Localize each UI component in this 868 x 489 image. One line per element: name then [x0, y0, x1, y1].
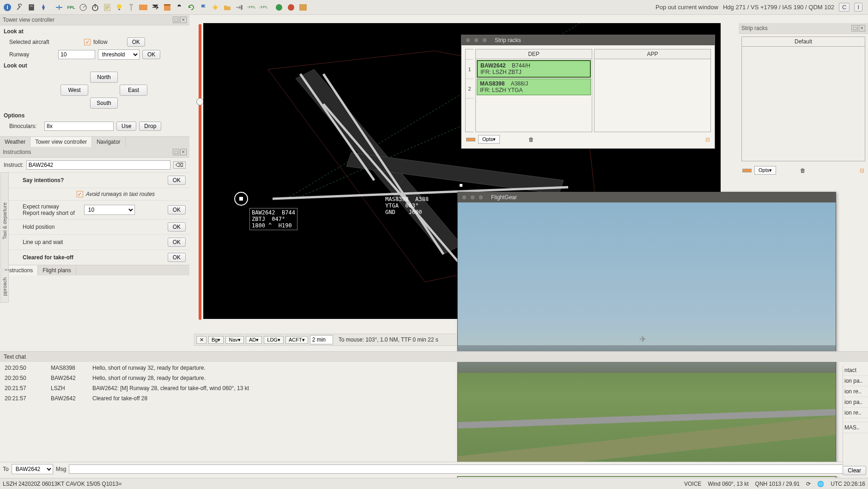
maximize-icon[interactable]: ▢	[173, 17, 179, 23]
ok-hold[interactable]: OK	[168, 222, 186, 232]
close-icon[interactable]: ✕	[180, 149, 187, 155]
window-max-icon[interactable]	[482, 37, 487, 43]
tab-navigator[interactable]: Navigator	[92, 137, 125, 147]
folder-icon[interactable]	[222, 2, 233, 13]
binoc-input[interactable]	[44, 122, 114, 131]
window-close-icon[interactable]	[461, 195, 467, 200]
calendar-icon[interactable]	[162, 2, 173, 13]
fpl-up-icon[interactable]: ↑FPL	[246, 2, 257, 13]
collapse-icon[interactable]: ⊟	[860, 167, 864, 174]
export-icon[interactable]	[234, 2, 245, 13]
south-button[interactable]: South	[90, 98, 118, 109]
compass-icon[interactable]	[38, 2, 49, 13]
window-close-icon[interactable]	[465, 37, 471, 43]
runway-input[interactable]	[58, 50, 95, 59]
window-min-icon[interactable]	[473, 37, 479, 43]
west-button[interactable]: West	[61, 85, 88, 96]
ad-menu[interactable]: AD▾	[246, 336, 262, 344]
taxi-departure-tab[interactable]: Taxi & departure	[0, 172, 9, 269]
nav-menu[interactable]: Nav▾	[225, 336, 244, 344]
window-max-icon[interactable]	[478, 195, 484, 200]
close-icon[interactable]: ✕	[180, 17, 187, 23]
globe-red-icon[interactable]	[285, 2, 297, 13]
color-swatch-icon[interactable]	[466, 138, 475, 141]
close-icon[interactable]: ✕	[859, 25, 865, 31]
sun-icon[interactable]	[210, 2, 221, 13]
drop-button[interactable]: Drop	[139, 122, 161, 131]
east-button[interactable]: East	[120, 85, 147, 96]
trash-icon[interactable]: 🗑	[800, 167, 806, 174]
stopwatch-icon[interactable]	[90, 2, 101, 13]
plane-icon[interactable]	[150, 2, 161, 13]
tab-tower[interactable]: Tower view controller	[30, 137, 92, 147]
globe-icon[interactable]: 🌐	[817, 481, 824, 487]
opts-button-right[interactable]: Opts▾	[754, 166, 776, 175]
btn-i[interactable]: I	[854, 3, 862, 12]
threshold-select[interactable]: threshold	[98, 49, 140, 60]
ok-button-runway[interactable]: OK	[142, 50, 160, 59]
box-icon[interactable]	[297, 2, 309, 13]
msg-input[interactable]	[69, 465, 865, 474]
opts-button[interactable]: Opts▾	[478, 135, 500, 144]
popout-label[interactable]: Pop out current window	[656, 4, 718, 11]
aircraft-sel-icon[interactable]	[54, 2, 65, 13]
tab-flightplans[interactable]: Flight plans	[38, 265, 76, 275]
instruct-input[interactable]	[26, 160, 170, 170]
ok-expect-runway[interactable]: OK	[168, 205, 186, 214]
clear-button[interactable]: Clear	[843, 466, 866, 475]
color-swatch-icon[interactable]	[742, 169, 752, 172]
wind-label: Wind 060°, 13 kt	[708, 481, 748, 487]
ldg-menu[interactable]: LDG▾	[264, 336, 284, 344]
approach-tab[interactable]: pproach	[0, 270, 9, 303]
trash-icon[interactable]: 🗑	[528, 136, 534, 143]
flag-icon[interactable]	[198, 2, 209, 13]
radar-label-mas[interactable]: MAS8398 A388 YTGA 063° GND J000	[383, 195, 431, 216]
wrench-icon[interactable]	[14, 2, 25, 13]
follow-checkbox[interactable]: ✓	[84, 39, 91, 45]
north-button[interactable]: North	[90, 72, 118, 83]
globe-green-icon[interactable]	[273, 2, 285, 13]
zoom-slider-thumb[interactable]	[196, 98, 204, 105]
flightgear-titlebar[interactable]: FlightGear	[458, 192, 836, 202]
strip-racks-window[interactable]: Strip racks 12 DEP BAW2642 B744/H IFR: L…	[461, 35, 715, 149]
zoom-slider-track[interactable]	[199, 24, 201, 320]
avoid-runways-checkbox[interactable]: ✓	[77, 191, 83, 197]
tab-weather[interactable]: Weather	[0, 137, 30, 147]
ok-lineup[interactable]: OK	[168, 238, 186, 247]
strip-icon[interactable]	[138, 2, 149, 13]
bulb-icon[interactable]	[114, 2, 125, 13]
refresh-icon[interactable]	[186, 2, 197, 13]
zoom-input[interactable]	[310, 335, 333, 344]
bg-menu[interactable]: Bg▾	[208, 336, 224, 344]
collapse-icon[interactable]: ⊟	[705, 136, 710, 143]
fpl-down-icon[interactable]: ↓FPL	[258, 2, 269, 13]
ok-say-intentions[interactable]: OK	[168, 176, 186, 185]
note-icon[interactable]	[102, 2, 113, 13]
ok-button-selected[interactable]: OK	[127, 37, 145, 47]
default-rack[interactable]: Default	[741, 37, 865, 161]
tower-icon[interactable]	[174, 2, 185, 13]
window-min-icon[interactable]	[470, 195, 475, 200]
clear-input-icon[interactable]: ⌫	[173, 161, 186, 169]
btn-c[interactable]: C	[839, 3, 850, 12]
crosshair-icon[interactable]: ✕	[196, 336, 206, 344]
info-icon[interactable]: i	[2, 2, 13, 13]
fpl-text-icon[interactable]: FPL	[66, 2, 77, 13]
maximize-icon[interactable]: ▢	[851, 25, 858, 31]
app-column[interactable]: APP	[594, 49, 711, 132]
to-select[interactable]: BAW2642	[12, 464, 53, 474]
flight-strip[interactable]: MAS8398 A388/J IFR: LSZH YTGA	[477, 79, 591, 95]
ok-cleared-takeoff[interactable]: OK	[168, 253, 186, 262]
radar-label-baw[interactable]: BAW2642 B744 ZBTJ 047° 1800 ^ H190	[249, 208, 297, 230]
flight-strip[interactable]: BAW2642 B744/H IFR: LSZH ZBTJ	[477, 60, 591, 78]
strip-racks-titlebar[interactable]: Strip racks	[461, 35, 715, 45]
acft-menu[interactable]: ACFT▾	[285, 336, 308, 344]
expect-runway-select[interactable]: 10	[84, 205, 135, 215]
dep-column[interactable]: DEP BAW2642 B744/H IFR: LSZH ZBTJ MAS839…	[475, 49, 592, 132]
link-icon[interactable]: ⟳	[806, 481, 811, 487]
maximize-icon[interactable]: ▢	[173, 149, 179, 155]
antenna-icon[interactable]	[126, 2, 137, 13]
clipboard-icon[interactable]	[26, 2, 37, 13]
use-button[interactable]: Use	[116, 122, 136, 131]
radar-sweep-icon[interactable]	[78, 2, 89, 13]
